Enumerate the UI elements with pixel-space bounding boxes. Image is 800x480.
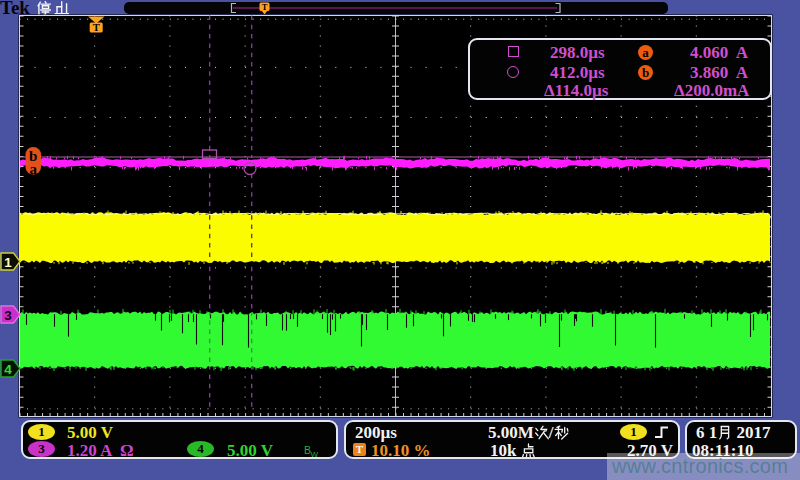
svg-text:1: 1 <box>4 255 12 270</box>
svg-text:T: T <box>93 22 100 33</box>
svg-text:4: 4 <box>4 362 12 377</box>
svg-text:a: a <box>29 161 37 177</box>
svg-text:3: 3 <box>4 308 12 323</box>
